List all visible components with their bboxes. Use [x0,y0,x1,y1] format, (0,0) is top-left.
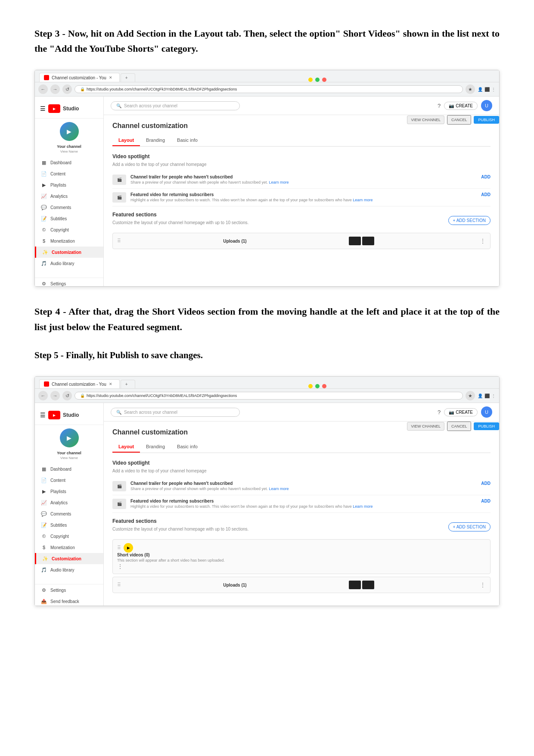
uploads-menu-icon-2[interactable]: ⋮ [480,581,486,588]
sidebar-item-settings-1[interactable]: ⚙ Settings [35,278,103,287]
header-actions-1: ? 📷 CREATE U [438,100,492,111]
extensions-icon-1[interactable]: ⬛ [484,87,490,92]
publish-btn-2[interactable]: PUBLISH [474,422,499,430]
sidebar-item-dashboard-1[interactable]: ▦ Dashboard [35,157,103,168]
profile-icon-2[interactable]: 👤 [478,394,483,398]
help-icon-1[interactable]: ? [438,103,441,109]
bookmark-btn-2[interactable]: ★ [466,391,475,400]
add-section-btn-2[interactable]: + ADD SECTION [448,522,491,531]
user-avatar-1[interactable]: U [481,100,492,111]
new-tab-btn-2[interactable]: + [121,380,135,388]
hamburger-icon-2[interactable]: ☰ [40,412,46,419]
sidebar-copyright-label-1: Copyright [50,228,69,232]
new-tab-btn-1[interactable]: + [121,73,135,82]
sidebar-1: ☰ Studio ▶ Your channel View Name ▦ Dash… [35,97,104,286]
create-btn-1[interactable]: 📷 CREATE [444,102,478,110]
featured-learn-more-2[interactable]: Learn more [353,504,373,509]
menu-icon-2[interactable]: ⋮ [491,394,496,398]
drag-handle-2[interactable]: ⠿ [117,582,121,588]
address-bar-2[interactable]: 🔒 https://studio.youtube.com/channel/UCO… [75,392,463,400]
featured-content-2: Featured video for returning subscribers… [130,499,477,509]
sidebar-item-subtitles-2[interactable]: 📝 Subtitles [35,519,103,531]
search-bar-2[interactable]: 🔍 Search across your channel [111,408,240,417]
sidebar-item-feedback-2[interactable]: 📤 Send feedback [35,596,103,606]
sidebar-item-copyright-1[interactable]: © Copyright [35,224,103,235]
featured-add-btn-1[interactable]: ADD [481,192,491,197]
trailer-learn-more-2[interactable]: Learn more [269,487,289,491]
hamburger-icon-1[interactable]: ☰ [40,105,46,112]
short-videos-menu-icon-2[interactable]: ⋮ [117,563,123,570]
sidebar-item-audio-1[interactable]: 🎵 Audio library [35,258,103,269]
bookmark-btn-1[interactable]: ★ [466,84,475,94]
sidebar-item-comments-2[interactable]: 💬 Comments [35,508,103,519]
sidebar-item-monetization-1[interactable]: $ Monetization [35,235,103,247]
sidebar-item-playlists-2[interactable]: ▶ Playlists [35,486,103,497]
tab-layout-1[interactable]: Layout [112,135,140,146]
sidebar-item-content-1[interactable]: 📄 Content [35,168,103,179]
short-videos-drag-handle-2[interactable]: ⠿ [117,545,121,551]
yt-header-2: 🔍 Search across your channel ? 📷 CREATE … [104,403,499,422]
maximize-btn-2[interactable] [315,384,320,388]
view-channel-btn-2[interactable]: VIEW CHANNEL [407,422,444,431]
sidebar-item-audio-2[interactable]: 🎵 Audio library [35,564,103,575]
uploads-menu-icon-1[interactable]: ⋮ [480,237,486,244]
minimize-btn-1[interactable] [308,78,313,82]
cancel-btn-1[interactable]: CANCEL [447,115,472,125]
screenshot-2: Channel customization - You ✕ + ← → ↺ 🔒 … [34,376,500,606]
minimize-btn-2[interactable] [308,384,313,388]
tab-basicinfo-1[interactable]: Basic info [171,135,204,146]
dashboard-icon-2: ▦ [41,466,47,472]
maximize-btn-1[interactable] [315,78,320,82]
refresh-btn-2[interactable]: ↺ [62,391,72,400]
sidebar-item-content-2[interactable]: 📄 Content [35,475,103,486]
cancel-btn-2[interactable]: CANCEL [447,422,472,431]
featured-add-btn-2[interactable]: ADD [481,499,491,503]
create-btn-2[interactable]: 📷 CREATE [444,408,478,416]
tab-branding-2[interactable]: Branding [140,441,171,453]
close-btn-1[interactable] [322,78,326,82]
featured-learn-more-1[interactable]: Learn more [353,198,373,202]
forward-btn-1[interactable]: → [50,84,60,94]
sidebar-item-copyright-2[interactable]: © Copyright [35,531,103,542]
sidebar-item-analytics-1[interactable]: 📈 Analytics [35,191,103,202]
trailer-add-btn-2[interactable]: ADD [481,481,491,486]
address-bar-1[interactable]: 🔒 https://studio.youtube.com/channel/UCO… [75,85,463,93]
help-icon-2[interactable]: ? [438,409,441,415]
browser-tab-active-1[interactable]: Channel customization - You ✕ [39,73,120,82]
back-btn-1[interactable]: ← [38,84,48,94]
view-channel-btn-1[interactable]: VIEW CHANNEL [407,116,444,124]
sidebar-item-comments-1[interactable]: 💬 Comments [35,202,103,213]
sidebar-item-subtitles-1[interactable]: 📝 Subtitles [35,213,103,224]
back-btn-2[interactable]: ← [38,391,48,400]
add-section-btn-1[interactable]: + ADD SECTION [448,216,491,225]
refresh-btn-1[interactable]: ↺ [62,84,72,94]
sidebar-item-customization-2[interactable]: ✨ Customization [35,553,103,564]
trailer-learn-more-1[interactable]: Learn more [269,180,289,184]
tab-layout-2[interactable]: Layout [112,441,140,453]
sidebar-item-analytics-2[interactable]: 📈 Analytics [35,497,103,508]
sidebar-item-dashboard-2[interactable]: ▦ Dashboard [35,463,103,475]
publish-actions-2: VIEW CHANNEL CANCEL PUBLISH [407,422,499,431]
menu-icon-1[interactable]: ⋮ [491,87,496,92]
monetization-icon-2: $ [41,544,47,550]
user-avatar-2[interactable]: U [481,406,492,418]
video-thumb-1 [349,237,361,245]
tab-branding-1[interactable]: Branding [140,135,171,146]
sidebar-item-customization-1[interactable]: ✨ Customization [35,247,103,258]
sidebar-item-monetization-2[interactable]: $ Monetization [35,542,103,553]
trailer-add-btn-1[interactable]: ADD [481,175,491,179]
close-btn-2[interactable] [322,384,326,388]
drag-handle-1[interactable]: ⠿ [117,238,121,244]
sidebar-item-settings-2[interactable]: ⚙ Settings [35,584,103,596]
sidebar-item-playlists-1[interactable]: ▶ Playlists [35,179,103,191]
profile-icon-1[interactable]: 👤 [478,87,483,92]
browser-tab-active-2[interactable]: Channel customization - You ✕ [39,379,120,388]
extensions-icon-2[interactable]: ⬛ [484,394,490,398]
tab-close-2[interactable]: ✕ [109,382,112,386]
search-bar-1[interactable]: 🔍 Search across your channel [111,101,240,110]
forward-btn-2[interactable]: → [50,391,60,400]
uploads-label-1: Uploads (1) [223,239,246,244]
tab-basicinfo-2[interactable]: Basic info [171,441,204,453]
tab-close-1[interactable]: ✕ [109,75,112,80]
publish-btn-1[interactable]: PUBLISH [474,116,499,124]
